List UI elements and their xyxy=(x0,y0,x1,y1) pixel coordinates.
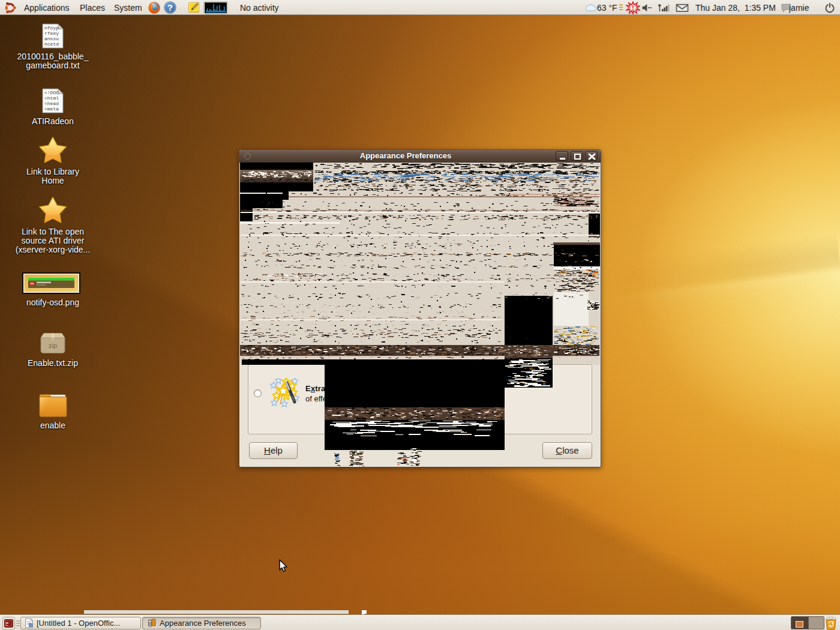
svg-text:rfeey: rfeey xyxy=(44,31,59,36)
svg-text:nfoyp: nfoyp xyxy=(44,25,59,31)
svg-text:<head: <head xyxy=(44,101,59,106)
svg-text:!: ! xyxy=(632,5,634,11)
svg-text:hcetd: hcetd xyxy=(44,41,59,47)
svg-text:<!DOC: <!DOC xyxy=(44,90,59,95)
svg-text:<html: <html xyxy=(44,95,59,101)
svg-text:<meta: <meta xyxy=(44,106,59,112)
svg-text:?: ? xyxy=(167,2,173,13)
svg-text:zip: zip xyxy=(49,342,57,349)
svg-text:anosu: anosu xyxy=(44,36,59,41)
